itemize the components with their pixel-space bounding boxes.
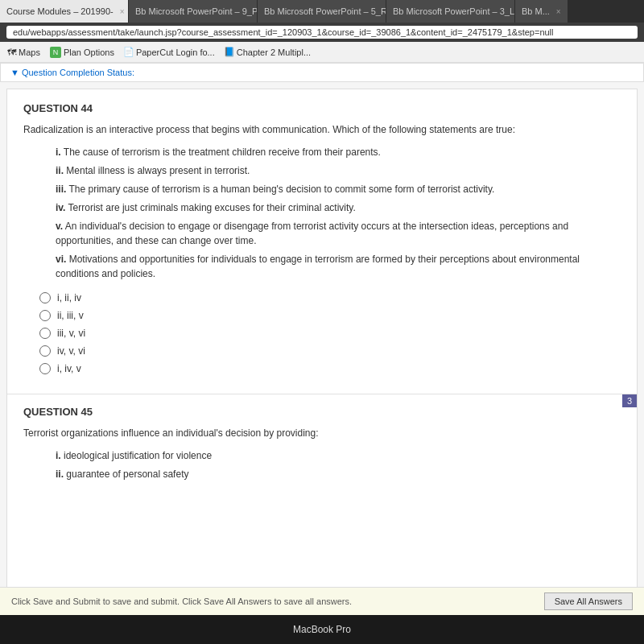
question-44-statements: i. The cause of terrorism is the treatme… xyxy=(23,145,621,281)
taskbar-label: MacBook Pro xyxy=(293,624,351,635)
tab-ppt5[interactable]: Bb Microsoft PowerPoint – 5_R... × xyxy=(258,0,386,23)
address-bar-row: edu/webapps/assessment/take/launch.jsp?c… xyxy=(0,23,644,42)
question-45-badge: 3 xyxy=(622,394,637,407)
question-44-options: i, ii, iv ii, iii, v iii, v, vi iv, v, v… xyxy=(23,292,621,374)
footer-bar: Click Save and Submit to save and submit… xyxy=(0,587,644,615)
tab-bb-more[interactable]: Bb M... × xyxy=(515,0,568,23)
bookmarks-bar: 🗺 Maps N Plan Options 📄 PaperCut Login f… xyxy=(0,42,644,63)
tab-close-icon[interactable]: × xyxy=(120,7,125,16)
bookmark-maps-label: Maps xyxy=(19,47,40,57)
tab-label: Bb Microsoft PowerPoint – 9_P... xyxy=(135,6,258,16)
tab-ppt9[interactable]: Bb Microsoft PowerPoint – 9_P... × xyxy=(129,0,258,23)
plan-options-icon: N xyxy=(50,47,61,58)
bookmark-chapter2[interactable]: 📘 Chapter 2 Multipl... xyxy=(225,47,311,57)
page-content: ▼ Question Completion Status: QUESTION 4… xyxy=(0,63,644,638)
question-45-text: Terrorist organizations influence an ind… xyxy=(23,426,621,440)
tab-bar: Course Modules – 201990- × Bb Microsoft … xyxy=(0,0,644,23)
address-bar[interactable]: edu/webapps/assessment/take/launch.jsp?c… xyxy=(6,26,638,39)
bookmark-maps[interactable]: 🗺 Maps xyxy=(6,47,40,57)
browser-chrome: Course Modules – 201990- × Bb Microsoft … xyxy=(0,0,644,63)
tab-ppt3[interactable]: Bb Microsoft PowerPoint – 3_L... × xyxy=(386,0,515,23)
tab-label: Bb Microsoft PowerPoint – 5_R... xyxy=(264,6,386,16)
chapter2-icon: 📘 xyxy=(225,47,234,57)
question-45-block: 3 QUESTION 45 Terrorist organizations in… xyxy=(7,394,637,504)
statement-vi: vi. Motivations and opportunities for in… xyxy=(56,252,621,281)
completion-status-label: ▼ Question Completion Status: xyxy=(10,68,134,77)
radio-i-ii-iv[interactable] xyxy=(39,292,51,303)
content-area: QUESTION 44 Radicalization is an interac… xyxy=(6,89,638,615)
radio-iii-v-vi[interactable] xyxy=(39,328,51,339)
option-iv-v-vi[interactable]: iv, v, vi xyxy=(39,345,621,357)
statement-v: v. An individual's decision to engage or… xyxy=(56,219,621,248)
statement-45-i: i. ideological justification for violenc… xyxy=(56,448,621,463)
radio-iv-v-vi[interactable] xyxy=(39,345,51,357)
tab-label: Course Modules – 201990- xyxy=(6,6,114,16)
radio-i-iv-v[interactable] xyxy=(39,363,51,374)
tab-course-modules[interactable]: Course Modules – 201990- × xyxy=(0,0,129,23)
footer-instruction: Click Save and Submit to save and submit… xyxy=(11,597,352,606)
question-45-number: QUESTION 45 xyxy=(23,406,621,418)
bookmark-papercut-label: PaperCut Login fo... xyxy=(136,47,215,57)
question-45-statements: i. ideological justification for violenc… xyxy=(23,448,621,481)
question-completion-bar[interactable]: ▼ Question Completion Status: xyxy=(0,63,644,82)
question-44-text: Radicalization is an interactive process… xyxy=(23,122,621,137)
bookmark-plan-options-label: Plan Options xyxy=(64,47,114,57)
question-44-number: QUESTION 44 xyxy=(23,102,621,114)
option-i-iv-v[interactable]: i, iv, v xyxy=(39,363,621,374)
bookmark-papercut[interactable]: 📄 PaperCut Login fo... xyxy=(124,47,215,57)
statement-iv: iv. Terrorist are just criminals making … xyxy=(56,200,621,215)
statement-ii: ii. Mental illness is always present in … xyxy=(56,163,621,178)
option-iii-v-vi[interactable]: iii, v, vi xyxy=(39,328,621,339)
save-all-answers-button[interactable]: Save All Answers xyxy=(544,592,633,610)
tab-label: Bb M... xyxy=(522,6,550,16)
tab-label: Bb Microsoft PowerPoint – 3_L... xyxy=(393,6,515,16)
radio-ii-iii-v[interactable] xyxy=(39,310,51,321)
statement-iii: iii. The primary cause of terrorism is a… xyxy=(56,182,621,196)
option-ii-iii-v[interactable]: ii, iii, v xyxy=(39,310,621,321)
statement-i: i. The cause of terrorism is the treatme… xyxy=(56,145,621,159)
question-44-block: QUESTION 44 Radicalization is an interac… xyxy=(7,89,637,394)
papercut-icon: 📄 xyxy=(124,47,134,57)
tab-close-icon[interactable]: × xyxy=(556,7,561,16)
taskbar: MacBook Pro xyxy=(0,615,644,644)
option-i-ii-iv[interactable]: i, ii, iv xyxy=(39,292,621,303)
bookmark-chapter2-label: Chapter 2 Multipl... xyxy=(237,47,311,57)
maps-icon: 🗺 xyxy=(6,47,16,57)
statement-45-ii: ii. guarantee of personal safety xyxy=(56,467,621,481)
bookmark-plan-options[interactable]: N Plan Options xyxy=(50,47,114,58)
